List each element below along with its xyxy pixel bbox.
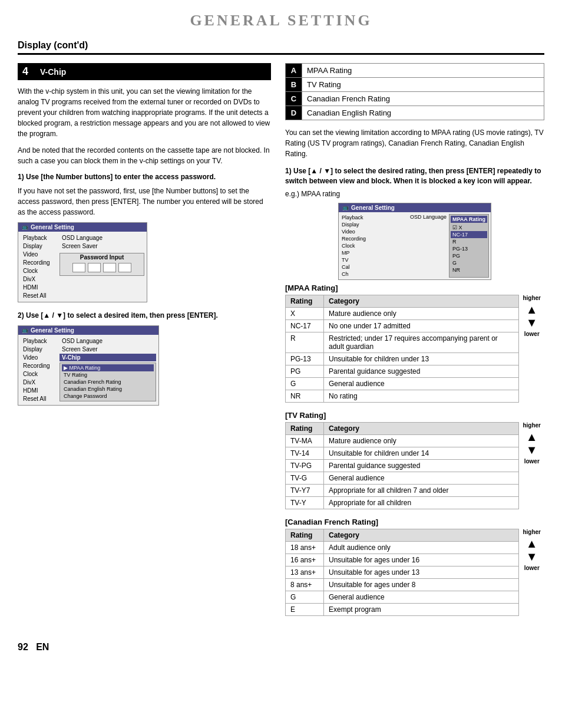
mpaa-nav-video: Video	[340, 228, 408, 235]
tv-row-y: TV-Y Appropriate for all children	[286, 496, 519, 509]
option-b-row: B TV Rating	[286, 78, 544, 92]
mpaa-nr: NR	[451, 266, 487, 274]
tv-14-rating: TV-14	[286, 447, 324, 459]
tv-lower-label: lower	[524, 458, 540, 465]
pwd-field-3[interactable]	[103, 263, 116, 272]
cfr-row-18: 18 ans+ Adult audience only	[286, 541, 519, 554]
cfr-row-g: G General audience	[286, 591, 519, 603]
tv-arrow-down: ▼	[526, 444, 538, 456]
option-b-label: TV Rating	[302, 78, 544, 92]
menu1-item-recording: Recording	[21, 259, 56, 266]
tv-row-g: TV-G General audience	[286, 472, 519, 484]
mpaa-r-cat: Restricted; under 17 requires accompanyi…	[324, 332, 519, 353]
cfr-lower-label: lower	[524, 565, 540, 571]
mpaa-nav-mp: MP	[340, 249, 408, 256]
section-header: Display (cont'd)	[18, 40, 544, 55]
right-column: A MPAA Rating B TV Rating C Canadian Fre…	[285, 63, 544, 624]
mpaa-table-header: Rating Category	[286, 295, 519, 307]
mpaa-panel: MPAA Rating ☑ X NC-17 R PG-13 PG G NR	[449, 214, 489, 278]
option-c-row: C Canadian French Rating	[286, 92, 544, 106]
tv-rating-table: Rating Category TV-MA Mature audience on…	[285, 422, 519, 509]
menu1-left: Playback Display Video Recording Clock D…	[21, 234, 56, 299]
mpaa-r-rating: R	[286, 332, 324, 353]
cfr-g-rating: G	[286, 591, 324, 603]
menu1-right-screen: Screen Saver	[59, 242, 144, 250]
step1-instruction: 1) Use [the Number buttons] to enter the…	[18, 172, 271, 182]
mpaa-blank	[410, 220, 447, 225]
menu1-content: Playback Display Video Recording Clock D…	[18, 232, 147, 302]
menu2-item-clock: Clock	[21, 370, 56, 378]
menu1-item-hdmi: HDMI	[21, 284, 56, 291]
menu2-content: Playback Display Video Recording Clock D…	[18, 335, 158, 405]
eg-label: e.g.) MPAA rating	[285, 190, 544, 198]
mpaa-menu-icon: 📺	[342, 205, 349, 210]
option-a-letter: A	[286, 64, 302, 78]
page-footer: 92 EN	[18, 642, 544, 653]
mpaa-x-rating: X	[286, 307, 324, 319]
pwd-field-2[interactable]	[88, 263, 101, 272]
mpaa-row-pg13: PG-13 Unsuitable for children under 13	[286, 353, 519, 365]
menu2-left: Playback Display Video Recording Clock D…	[21, 337, 56, 403]
cfr-row-13: 13 ans+ Unsuitable for ages under 13	[286, 566, 519, 578]
mpaa-rating-section: [MPAA Rating] Rating Category X Mature a…	[285, 284, 544, 403]
option-a-label: MPAA Rating	[302, 64, 544, 78]
tv-ma-rating: TV-MA	[286, 434, 324, 447]
page-lang: EN	[36, 642, 49, 652]
mpaa-arrow-up: ▲	[526, 304, 538, 315]
mpaa-menu-title-text: General Setting	[351, 205, 395, 211]
menu2-item-resetall: Reset All	[21, 395, 56, 403]
step-4-number: 4	[22, 65, 34, 78]
cfr-13-cat: Unsuitable for ages under 13	[324, 566, 519, 578]
menu1-right-osd: OSD Language	[59, 234, 144, 242]
mpaa-row-nc17: NC-17 No one under 17 admitted	[286, 319, 519, 332]
mpaa-rating-title: [MPAA Rating]	[285, 284, 544, 292]
mpaa-nav-clock: Clock	[340, 242, 408, 249]
option-c-letter: C	[286, 92, 302, 106]
sub-tv: TV Rating	[62, 371, 154, 378]
menu1-item-clock: Clock	[21, 267, 56, 275]
cfr-13-rating: 13 ans+	[286, 566, 324, 578]
mpaa-menu-content: Playback Display Video Recording Clock M…	[339, 212, 491, 279]
pwd-field-1[interactable]	[72, 263, 85, 272]
page-title: GENERAL SETTING	[18, 12, 544, 29]
mpaa-left-nav: Playback Display Video Recording Clock M…	[340, 214, 408, 278]
menu1-item-playback: Playback	[21, 234, 56, 242]
mpaa-nc17: NC-17	[451, 231, 487, 238]
mpaa-nr-cat: No rating	[324, 390, 519, 402]
mpaa-row-nr: NR No rating	[286, 390, 519, 402]
mpaa-osd-col: OSD Language	[410, 214, 447, 278]
cfr-16-cat: Unsuitable for ages under 16	[324, 554, 519, 566]
option-d-label: Canadian English Rating	[302, 106, 544, 120]
mpaa-row-pg: PG Parental guidance suggested	[286, 365, 519, 377]
cfr-table-header: Rating Category	[286, 529, 519, 541]
password-fields	[62, 262, 141, 273]
step1-text: If you have not set the password, first,…	[18, 186, 271, 218]
mpaa-higher-lower: higher ▲ ▼ lower	[519, 295, 544, 337]
tv-g-cat: General audience	[324, 472, 519, 484]
cfr-g-cat: General audience	[324, 591, 519, 603]
step-4-header: 4 V-Chip	[18, 63, 271, 80]
mpaa-table-wrap: Rating Category X Mature audience only N…	[285, 295, 544, 403]
tv-y7-cat: Appropriate for all children 7 and older	[324, 484, 519, 496]
left-column: 4 V-Chip With the v-chip system in this …	[18, 63, 271, 624]
step2-instruction: 2) Use [▲ / ▼] to select a desired item,…	[18, 311, 271, 321]
cfr-higher-label: higher	[523, 529, 541, 535]
tv-14-cat: Unsuitable for children under 14	[324, 447, 519, 459]
cfr-row-16: 16 ans+ Unsuitable for ages under 16	[286, 554, 519, 566]
step-4-title: V-Chip	[40, 67, 66, 77]
menu1-right: OSD Language Screen Saver Password Input	[59, 234, 144, 299]
menu2-sub: ▶ MPAA Rating TV Rating Canadian French …	[59, 363, 156, 401]
password-label: Password Input	[80, 254, 124, 261]
cfr-col-category: Category	[324, 529, 519, 541]
body-text-1: With the v-chip system in this unit, you…	[18, 86, 271, 139]
cfr-table-wrap: Rating Category 18 ans+ Adult audience o…	[285, 529, 544, 616]
mpaa-pg-cat: Parental guidance suggested	[324, 365, 519, 377]
right-step1-title: 1) Use [▲ / ▼] to select the desired rat…	[285, 166, 544, 186]
mpaa-pg13: PG-13	[451, 245, 487, 252]
tv-rating-title: [TV Rating]	[285, 411, 544, 420]
sub-pwd: Change Password	[62, 393, 154, 400]
cfr-8-rating: 8 ans+	[286, 578, 324, 591]
menu1-item-resetall: Reset All	[21, 292, 56, 299]
option-c-label: Canadian French Rating	[302, 92, 544, 106]
pwd-field-4[interactable]	[118, 263, 131, 272]
